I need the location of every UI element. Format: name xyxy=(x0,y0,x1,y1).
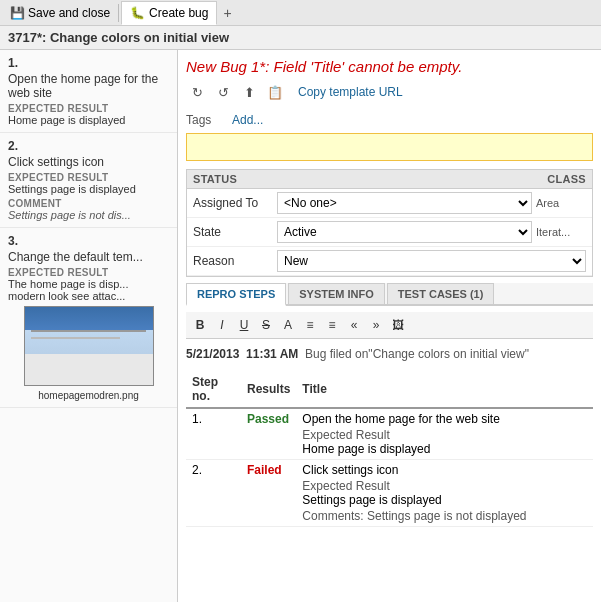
title-input[interactable] xyxy=(186,133,593,161)
step-no-cell: 1. xyxy=(186,408,241,460)
bug-title: New Bug 1*: Field 'Title' cannot be empt… xyxy=(186,58,593,75)
assigned-to-row: Assigned To <No one> Area xyxy=(187,189,592,218)
main-layout: 1. Open the home page for the web site E… xyxy=(0,50,601,602)
refresh-icon[interactable]: ↻ xyxy=(186,81,208,103)
step-3-desc: Change the default tem... xyxy=(8,250,169,264)
step-no-cell-2: 2. xyxy=(186,460,241,527)
tags-label: Tags xyxy=(186,113,226,127)
step-1-number: 1. xyxy=(8,56,169,70)
bug-title-prefix: New Bug 1*: xyxy=(186,58,269,75)
add-tab-button[interactable]: + xyxy=(217,3,237,23)
undo-icon[interactable]: ↺ xyxy=(212,81,234,103)
step-2-comment-value: Settings page is not dis... xyxy=(8,209,169,221)
rte-ol[interactable]: ≡ xyxy=(300,315,320,335)
col-results: Results xyxy=(241,371,296,408)
step-1-expected-value: Home page is displayed xyxy=(8,114,169,126)
tags-row: Tags Add... xyxy=(186,113,593,127)
title-cell-2: Click settings icon Expected Result Sett… xyxy=(296,460,593,527)
result-failed: Failed xyxy=(247,463,282,477)
toolbar-divider xyxy=(118,4,119,22)
content-area: 5/21/2013 11:31 AM Bug filed on"Change c… xyxy=(186,339,593,531)
step-3-number: 3. xyxy=(8,234,169,248)
col-title: Title xyxy=(296,371,593,408)
state-select[interactable]: Active xyxy=(277,221,532,243)
reason-label: Reason xyxy=(193,254,273,268)
screenshot-thumbnail xyxy=(24,306,154,386)
save-icon: 💾 xyxy=(10,6,25,20)
step-1-expected-label: EXPECTED RESULT xyxy=(8,103,169,114)
page-title: 3717*: Change colors on initial view xyxy=(0,26,601,50)
main-toolbar: 💾 Save and close 🐛 Create bug + xyxy=(0,0,601,26)
table-row: 2. Failed Click settings icon Expected R… xyxy=(186,460,593,527)
result-cell-2: Failed xyxy=(241,460,296,527)
status-header: STATUS CLASS xyxy=(187,170,592,189)
table-header-row: Step no. Results Title xyxy=(186,371,593,408)
right-panel: New Bug 1*: Field 'Title' cannot be empt… xyxy=(178,50,601,602)
step-2: 2. Click settings icon EXPECTED RESULT S… xyxy=(0,133,177,228)
tabs-bar: REPRO STEPS SYSTEM INFO TEST CASES (1) xyxy=(186,283,593,306)
rte-toolbar: B I U S A ≡ ≡ « » 🖼 xyxy=(186,312,593,339)
copy-template-url-button[interactable]: Copy template URL xyxy=(294,83,407,101)
result-cell: Passed xyxy=(241,408,296,460)
rte-image[interactable]: 🖼 xyxy=(388,315,408,335)
steps-table: Step no. Results Title 1. Passed Open th… xyxy=(186,371,593,527)
step-3-expected-value-line1: The home page is disp... xyxy=(8,278,169,290)
rte-outdent[interactable]: « xyxy=(344,315,364,335)
rte-italic[interactable]: I xyxy=(212,315,232,335)
save-and-close-button[interactable]: 💾 Save and close xyxy=(4,1,116,25)
reason-select[interactable]: New xyxy=(277,250,586,272)
step-1-desc: Open the home page for the web site xyxy=(8,72,169,100)
action-bar: ↻ ↺ ⬆ 📋 Copy template URL xyxy=(186,81,593,107)
step-2-number: 2. xyxy=(8,139,169,153)
step-2-comment-label: COMMENT xyxy=(8,198,169,209)
step-2-expected-label: EXPECTED RESULT xyxy=(8,172,169,183)
bug-icon: 🐛 xyxy=(130,6,145,20)
table-row: 1. Passed Open the home page for the web… xyxy=(186,408,593,460)
image-label: homepagemodren.png xyxy=(8,390,169,401)
result-passed: Passed xyxy=(247,412,289,426)
tab-test-cases[interactable]: TEST CASES (1) xyxy=(387,283,495,304)
reason-row: Reason New xyxy=(187,247,592,276)
rte-highlight[interactable]: A xyxy=(278,315,298,335)
step-1: 1. Open the home page for the web site E… xyxy=(0,50,177,133)
rte-bold[interactable]: B xyxy=(190,315,210,335)
tags-add-button[interactable]: Add... xyxy=(232,113,263,127)
col-step-no: Step no. xyxy=(186,371,241,408)
assigned-to-select[interactable]: <No one> xyxy=(277,192,532,214)
tab-repro-steps[interactable]: REPRO STEPS xyxy=(186,283,286,306)
create-bug-tab[interactable]: 🐛 Create bug xyxy=(121,1,217,25)
left-panel: 1. Open the home page for the web site E… xyxy=(0,50,178,602)
step-3-expected-label: EXPECTED RESULT xyxy=(8,267,169,278)
rte-indent[interactable]: » xyxy=(366,315,386,335)
copy-icon[interactable]: 📋 xyxy=(264,81,286,103)
state-row: State Active Iterat... xyxy=(187,218,592,247)
date-line: 5/21/2013 11:31 AM Bug filed on"Change c… xyxy=(186,343,593,365)
rte-ul[interactable]: ≡ xyxy=(322,315,342,335)
rte-strikethrough[interactable]: S xyxy=(256,315,276,335)
step-2-desc: Click settings icon xyxy=(8,155,169,169)
step-2-expected-value: Settings page is displayed xyxy=(8,183,169,195)
step-3-expected-value-line2: modern look see attac... xyxy=(8,290,169,302)
assigned-to-label: Assigned To xyxy=(193,196,273,210)
save-icon-action[interactable]: ⬆ xyxy=(238,81,260,103)
title-cell: Open the home page for the web site Expe… xyxy=(296,408,593,460)
state-class: Iterat... xyxy=(536,226,586,238)
status-section: STATUS CLASS Assigned To <No one> Area S… xyxy=(186,169,593,277)
bug-title-error: Field 'Title' cannot be empty. xyxy=(274,58,463,75)
state-label: State xyxy=(193,225,273,239)
assigned-to-class: Area xyxy=(536,197,586,209)
step-3: 3. Change the default tem... EXPECTED RE… xyxy=(0,228,177,408)
rte-underline[interactable]: U xyxy=(234,315,254,335)
tab-system-info[interactable]: SYSTEM INFO xyxy=(288,283,385,304)
